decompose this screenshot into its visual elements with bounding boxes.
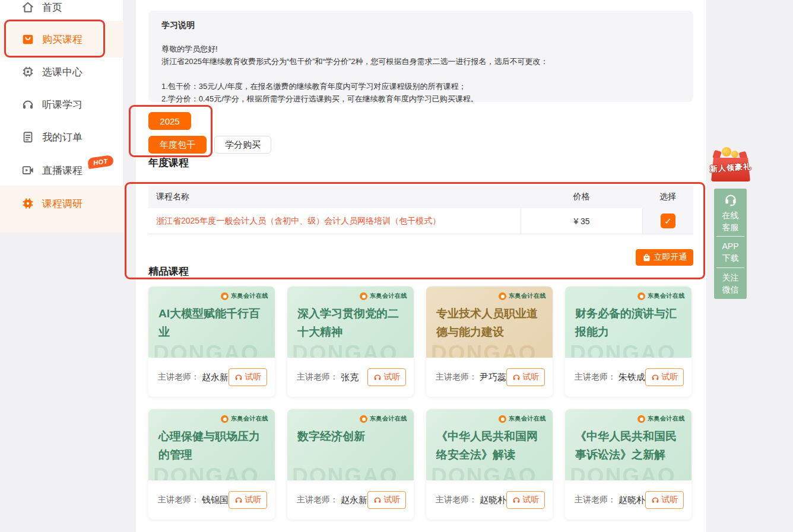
shopping-bag-icon (21, 33, 34, 46)
coin-icon (722, 147, 731, 157)
column-header-select: 选择 (642, 192, 693, 202)
teacher-name: 朱铁成 (618, 372, 645, 383)
course-card[interactable]: 东奥会计在线 数字经济创新 DONGAO 主讲老师：赵永新 试听 (287, 409, 414, 520)
course-card-title: 财务必备的演讲与汇报能力 (575, 304, 683, 341)
dongao-logo: 东奥会计在线 (637, 292, 685, 300)
order-list-icon (21, 130, 34, 144)
dongao-logo-icon (637, 292, 645, 300)
bag-icon (642, 253, 651, 262)
course-card[interactable]: 东奥会计在线 专业技术人员职业道德与能力建设 DONGAO 主讲老师：尹巧蕊 试… (426, 286, 553, 397)
listen-trial-button[interactable]: 试听 (506, 368, 545, 386)
dongao-logo-icon (360, 415, 367, 423)
dongao-watermark: DONGAO (292, 464, 398, 480)
tab-credit-purchase[interactable]: 学分购买 (214, 136, 271, 154)
teacher-label: 主讲老师： (575, 372, 616, 383)
open-now-label: 立即开通 (654, 252, 687, 263)
course-card[interactable]: 东奥会计在线 《中华人民共和国网络安全法》解读 DONGAO 主讲老师：赵晓朴 … (426, 409, 553, 520)
course-card-title: 《中华人民共和国网络安全法》解读 (436, 427, 544, 464)
listen-trial-button[interactable]: 试听 (367, 491, 406, 509)
dongao-logo: 东奥会计在线 (499, 415, 546, 423)
open-now-button[interactable]: 立即开通 (636, 249, 693, 266)
online-service-button[interactable]: 在线客服 (714, 189, 747, 236)
listen-trial-button[interactable]: 试听 (229, 491, 267, 509)
floating-side-panel: 在线客服 APP下载 关注微信 (714, 189, 747, 299)
course-card-title: 深入学习贯彻党的二十大精神 (297, 304, 405, 341)
app-download-button[interactable]: APP下载 (714, 237, 747, 267)
video-camera-icon (21, 164, 34, 177)
headset-icon (723, 192, 738, 207)
headphone-icon (651, 373, 659, 381)
dongao-watermark: DONGAO (153, 464, 259, 480)
dongao-logo-icon (221, 292, 229, 300)
sidebar-item-listen-study[interactable]: 听课学习 (0, 93, 123, 116)
course-card[interactable]: 东奥会计在线 深入学习贯彻党的二十大精神 DONGAO 主讲老师：张克 试听 (287, 286, 414, 397)
follow-wechat-button[interactable]: 关注微信 (714, 268, 747, 299)
teacher-name: 赵晓朴 (480, 495, 506, 506)
chip-icon (21, 65, 34, 78)
course-card[interactable]: 东奥会计在线 《中华人民共和国民事诉讼法》之新解 DONGAO 主讲老师：赵晓朴… (565, 409, 692, 520)
sidebar-item-label: 直播课程 (42, 164, 83, 177)
headphone-icon (234, 496, 243, 504)
headphone-icon (512, 373, 521, 381)
sidebar-item-my-orders[interactable]: 我的订单 (0, 125, 123, 149)
course-select-checkbox[interactable]: ✓ (661, 214, 675, 228)
headphone-icon (373, 496, 382, 504)
sidebar-item-label: 首页 (42, 1, 62, 14)
table-row: 浙江省2025年度一般会计人员（含初中、级）会计人员网络培训（包干模式） ¥ 3… (148, 208, 693, 234)
sidebar-item-course-survey[interactable]: 课程调研 (0, 192, 123, 215)
teacher-name: 尹巧蕊 (480, 372, 506, 383)
dongao-logo-icon (499, 292, 506, 300)
sidebar: 首页 购买课程 选课中心 听课学习 我的订单 (0, 0, 123, 232)
course-card-title: 数字经济创新 (297, 427, 405, 445)
course-price: ¥ 35 (521, 208, 642, 234)
teacher-name: 钱锦国 (202, 495, 229, 506)
headphone-icon (373, 373, 382, 381)
listen-trial-button[interactable]: 试听 (229, 368, 267, 386)
tab-annual-package[interactable]: 年度包干 (148, 136, 207, 154)
headphones-icon (21, 98, 34, 111)
teacher-label: 主讲老师： (436, 495, 477, 505)
year-2025-button[interactable]: 2025 (148, 112, 191, 130)
course-card[interactable]: 东奥会计在线 AI大模型赋能千行百业 DONGAO 主讲老师：赵永新 试听 (148, 286, 275, 397)
home-icon (21, 1, 34, 14)
headphone-icon (234, 373, 243, 381)
dongao-logo: 东奥会计在线 (221, 415, 268, 423)
course-card[interactable]: 东奥会计在线 财务必备的演讲与汇报能力 DONGAO 主讲老师：朱铁成 试听 (565, 286, 692, 397)
checkmark-icon: ✓ (664, 216, 672, 227)
notice-greeting: 尊敬的学员您好! (161, 43, 680, 55)
listen-trial-button[interactable]: 试听 (367, 368, 406, 386)
course-card-title: 《中华人民共和国民事诉讼法》之新解 (575, 427, 683, 464)
listen-trial-button[interactable]: 试听 (645, 491, 684, 509)
course-name-link[interactable]: 浙江省2025年度一般会计人员（含初中、级）会计人员网络培训（包干模式） (148, 216, 521, 227)
headphone-icon (512, 496, 521, 504)
notice-title: 学习说明 (161, 20, 680, 31)
listen-trial-button[interactable]: 试听 (506, 491, 545, 509)
teacher-name: 张克 (341, 372, 359, 383)
course-card[interactable]: 东奥会计在线 心理保健与职场压力的管理 DONGAO 主讲老师：钱锦国 试听 (148, 409, 275, 520)
notice-intro: 浙江省2025年继续教育收费形式分为“包干价”和“学分价”2种，您可根据自身需求… (161, 55, 680, 68)
sidebar-item-home[interactable]: 首页 (0, 0, 123, 19)
dongao-watermark: DONGAO (431, 341, 537, 358)
sidebar-item-course-center[interactable]: 选课中心 (0, 60, 123, 84)
dongao-watermark: DONGAO (431, 464, 537, 480)
course-card-title: AI大模型赋能千行百业 (158, 304, 267, 341)
dongao-logo: 东奥会计在线 (360, 292, 407, 300)
learning-notice-panel: 学习说明 尊敬的学员您好! 浙江省2025年继续教育收费形式分为“包干价”和“学… (148, 11, 693, 102)
table-header-row: 课程名称 价格 选择 (148, 186, 693, 208)
annual-course-title: 年度课程 (148, 156, 189, 170)
column-header-price: 价格 (521, 192, 642, 202)
follow-wechat-label: 关注微信 (721, 272, 740, 295)
dongao-watermark: DONGAO (570, 464, 676, 480)
sidebar-item-buy-course[interactable]: 购买课程 (0, 27, 123, 51)
notice-rule-2: 2.学分价：0.45元/学分，根据所需学分进行选课购买，可在继续教育年度内学习已… (161, 93, 680, 105)
dongao-logo-icon (221, 415, 229, 423)
sidebar-item-label: 我的订单 (42, 130, 83, 144)
listen-trial-button[interactable]: 试听 (645, 368, 684, 386)
dongao-logo-icon (499, 415, 506, 423)
teacher-name: 赵晓朴 (618, 495, 645, 506)
headphone-icon (651, 496, 659, 504)
teacher-label: 主讲老师： (297, 495, 338, 505)
teacher-label: 主讲老师： (436, 372, 477, 383)
teacher-label: 主讲老师： (158, 372, 199, 383)
new-user-gift-banner[interactable]: 新人领豪礼 (709, 147, 753, 184)
